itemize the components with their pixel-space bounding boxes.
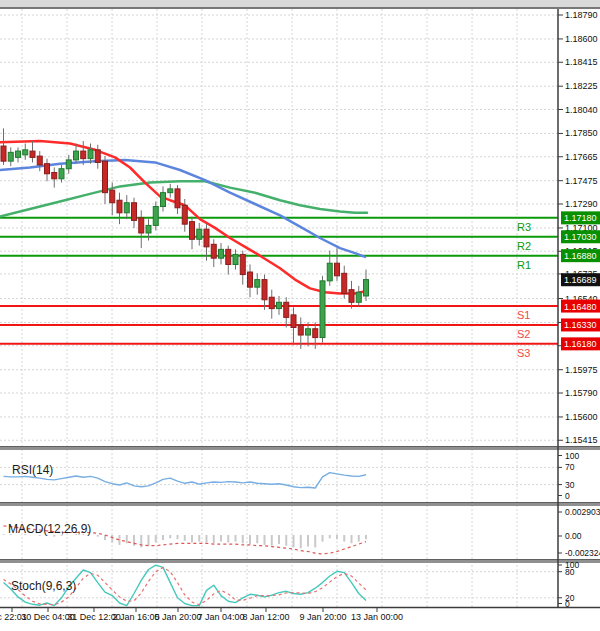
- candle: [211, 239, 216, 267]
- candle-body: [146, 225, 151, 233]
- candle-body: [255, 280, 260, 288]
- candle-body: [364, 280, 369, 296]
- candle-body: [277, 302, 282, 308]
- candle-body: [284, 302, 289, 317]
- window-top-border: [0, 7, 600, 9]
- candle-body: [8, 152, 13, 161]
- candle: [197, 223, 202, 246]
- time-tick-label: 13 Jan 00:00: [351, 612, 403, 622]
- price-tick-label: 1.18600: [565, 34, 598, 44]
- candle: [52, 167, 57, 187]
- candle-body: [356, 292, 361, 302]
- candle: [291, 307, 296, 345]
- candle-body: [197, 229, 202, 239]
- resistance-price-badge-text: 1.17180: [564, 213, 597, 223]
- time-tick-label: 9 Jan 20:00: [299, 612, 346, 622]
- candle: [335, 248, 340, 281]
- candle-body: [132, 203, 137, 221]
- time-tick-label: 8 Jan 12:00: [242, 612, 289, 622]
- candle: [219, 243, 224, 264]
- candle: [262, 275, 267, 310]
- rsi-line: [4, 473, 367, 488]
- indicator-scale-label: 100: [565, 451, 579, 461]
- resistance-label-R1: R1: [517, 259, 531, 271]
- candle-body: [313, 329, 318, 338]
- price-tick-label: 1.15415: [565, 435, 598, 445]
- trading-chart-window: R3R2R1S1S2S31.187901.186001.184151.18225…: [0, 0, 600, 631]
- candle: [284, 297, 289, 327]
- candle-body: [30, 151, 35, 157]
- macd-histogram: [4, 534, 367, 548]
- resistance-label-R3: R3: [517, 221, 531, 233]
- support-price-badge-text: 1.16180: [564, 339, 597, 349]
- candle-body: [298, 325, 303, 335]
- support-label-S1: S1: [517, 309, 530, 321]
- current-price-badge-text: 1.16689: [564, 275, 597, 285]
- candle: [95, 145, 100, 169]
- price-tick-label: 1.15975: [565, 365, 598, 375]
- candle-body: [52, 173, 57, 179]
- candle-body: [269, 297, 274, 308]
- candle: [45, 159, 50, 182]
- candle: [8, 147, 13, 166]
- pivot-levels: R3R2R1S1S2S3: [0, 218, 558, 359]
- candle: [233, 249, 238, 269]
- candle-body: [153, 207, 158, 226]
- candle-body: [291, 315, 296, 328]
- candle: [103, 156, 108, 204]
- candle: [168, 184, 173, 198]
- chart-canvas[interactable]: R3R2R1S1S2S31.187901.186001.184151.18225…: [0, 0, 600, 631]
- candle-body: [204, 229, 209, 247]
- macd-scale-label: 0.002903: [565, 507, 600, 517]
- macd-scale-label: -0.002324: [565, 548, 600, 558]
- candle-body: [74, 151, 79, 160]
- candle-body: [161, 193, 166, 207]
- candle-body: [327, 263, 332, 281]
- candle: [161, 186, 166, 211]
- support-price-badge-text: 1.16480: [564, 302, 597, 312]
- candle-body: [88, 150, 93, 159]
- candle: [306, 322, 311, 346]
- macd-scale-label: 0.00: [565, 531, 582, 541]
- price-tick-label: 1.17665: [565, 152, 598, 162]
- candle-body: [59, 169, 64, 179]
- candle-body: [240, 254, 245, 274]
- candle: [190, 217, 195, 250]
- indicator-scale-label: 70: [565, 462, 575, 472]
- candle-body: [95, 150, 100, 163]
- candle-body: [248, 272, 253, 287]
- price-tick-label: 1.18790: [565, 10, 598, 20]
- price-tick-label: 1.18040: [565, 105, 598, 115]
- candle: [240, 251, 245, 285]
- candlesticks: [1, 128, 369, 349]
- candle-body: [117, 200, 122, 213]
- resistance-price-badge-text: 1.16880: [564, 251, 597, 261]
- candle-body: [342, 273, 347, 293]
- candle: [175, 185, 180, 214]
- candle-body: [175, 189, 180, 208]
- candle-body: [349, 290, 354, 303]
- candle-body: [66, 160, 71, 169]
- time-tick-label: 5 Jan 20:00: [154, 612, 201, 622]
- candle: [117, 193, 122, 225]
- resistance-price-badge-text: 1.17030: [564, 232, 597, 242]
- resistance-label-R2: R2: [517, 240, 531, 252]
- candle: [59, 165, 64, 183]
- support-label-S2: S2: [517, 328, 530, 340]
- candle: [342, 266, 347, 299]
- support-price-badge-text: 1.16330: [564, 320, 597, 330]
- candle-body: [37, 156, 42, 165]
- candle-body: [103, 161, 108, 193]
- indicator-scale-label: 80: [565, 567, 575, 577]
- candle: [37, 151, 42, 171]
- rsi-indicator-label: RSI(14): [12, 463, 53, 477]
- candle-body: [211, 244, 216, 258]
- support-label-S3: S3: [517, 347, 530, 359]
- window-top-edge: [0, 0, 600, 8]
- candle-body: [306, 329, 311, 335]
- candle: [23, 144, 28, 160]
- candle: [349, 281, 354, 309]
- candle-body: [168, 189, 173, 193]
- indicator-scale-label: 0: [565, 599, 570, 609]
- candle-body: [23, 150, 28, 155]
